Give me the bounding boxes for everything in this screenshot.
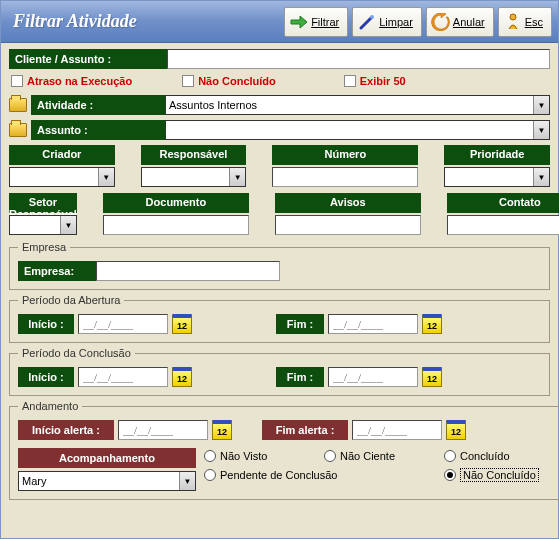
fim-label: Fim : [276,314,324,334]
contato-input[interactable] [447,215,559,235]
empresa-input[interactable] [96,261,280,281]
exibir50-check[interactable]: Exibir 50 [344,75,406,87]
filtrar-label: Filtrar [311,16,339,28]
radio-label: Não Visto [220,450,268,462]
cliente-assunto-label: Cliente / Assunto : [9,49,167,69]
empresa-label: Empresa: [18,261,96,281]
chevron-down-icon: ▼ [98,168,114,186]
prioridade-header: Prioridade [444,145,550,165]
periodo-abertura-fieldset: Período da Abertura Início : 12 Fim : 12 [9,294,550,343]
atraso-label: Atraso na Execução [27,75,132,87]
atividade-value: Assuntos Internos [169,99,257,111]
responsavel-combo[interactable]: ▼ [141,167,247,187]
conclusao-inicio-input[interactable] [78,367,168,387]
fim-label: Fim : [276,367,324,387]
calendar-icon[interactable]: 12 [172,367,192,387]
atividade-combo[interactable]: Assuntos Internos ▼ [165,95,550,115]
andamento-fieldset: Andamento Início alerta : 12 Fim alerta … [9,400,559,500]
atividade-label: Atividade : [31,95,165,115]
limpar-label: Limpar [379,16,413,28]
filtrar-button[interactable]: Filtrar [284,7,348,37]
assunto-combo[interactable]: ▼ [165,120,550,140]
cliente-assunto-input[interactable] [167,49,550,69]
nao-concluido-label: Não Concluído [198,75,276,87]
radio-nao-visto[interactable]: Não Visto [204,450,324,462]
radio-nao-ciente[interactable]: Não Ciente [324,450,444,462]
abertura-fim-input[interactable] [328,314,418,334]
radio-pendente[interactable]: Pendente de Conclusão [204,468,444,482]
filter-checks: Atraso na Execução Não Concluído Exibir … [11,75,550,87]
acompanhamento-value: Mary [22,475,46,487]
arrow-right-icon [289,12,309,32]
svg-point-1 [370,15,374,19]
radio-icon [324,450,336,462]
radio-icon [444,450,456,462]
criador-combo[interactable]: ▼ [9,167,115,187]
prioridade-combo[interactable]: ▼ [444,167,550,187]
chevron-down-icon: ▼ [60,216,76,234]
inicio-label: Início : [18,367,74,387]
documento-input[interactable] [103,215,249,235]
folder-icon [9,123,27,137]
setor-header: Setor Responsável [9,193,77,213]
radio-label: Pendente de Conclusão [220,469,337,481]
esc-button[interactable]: Esc [498,7,552,37]
documento-header: Documento [103,193,249,213]
acompanhamento-label: Acompanhamento [18,448,196,468]
limpar-button[interactable]: Limpar [352,7,422,37]
checkbox-icon [344,75,356,87]
inicio-alerta-input[interactable] [118,420,208,440]
empresa-fieldset: Empresa Empresa: [9,241,550,290]
conclusao-fim-input[interactable] [328,367,418,387]
contato-header: Contato [447,193,559,213]
responsavel-header: Responsável [141,145,247,165]
calendar-icon[interactable]: 12 [422,314,442,334]
radio-label: Não Ciente [340,450,395,462]
anular-button[interactable]: Anular [426,7,494,37]
periodo-conclusao-legend: Período da Conclusão [18,347,135,359]
fim-alerta-label: Fim alerta : [262,420,348,440]
calendar-icon[interactable]: 12 [212,420,232,440]
wand-icon [357,12,377,32]
atraso-check[interactable]: Atraso na Execução [11,75,132,87]
anular-label: Anular [453,16,485,28]
criador-header: Criador [9,145,115,165]
folder-icon [9,98,27,112]
periodo-conclusao-fieldset: Período da Conclusão Início : 12 Fim : 1… [9,347,550,396]
person-exit-icon [503,12,523,32]
abertura-inicio-input[interactable] [78,314,168,334]
andamento-legend: Andamento [18,400,82,412]
svg-point-2 [510,14,516,20]
calendar-icon[interactable]: 12 [172,314,192,334]
calendar-icon[interactable]: 12 [422,367,442,387]
fim-alerta-input[interactable] [352,420,442,440]
titlebar: Filtrar Atividade Filtrar Limpar Anular [1,1,558,43]
calendar-icon[interactable]: 12 [446,420,466,440]
chevron-down-icon: ▼ [533,168,549,186]
numero-input[interactable] [272,167,418,187]
chevron-down-icon: ▼ [179,472,195,490]
svg-line-0 [361,18,371,28]
numero-header: Número [272,145,418,165]
inicio-label: Início : [18,314,74,334]
inicio-alerta-label: Início alerta : [18,420,114,440]
esc-label: Esc [525,16,543,28]
chevron-down-icon: ▼ [533,96,549,114]
setor-combo[interactable]: ▼ [9,215,77,235]
radio-icon [204,450,216,462]
radio-concluido[interactable]: Concluído [444,450,554,462]
empresa-legend: Empresa [18,241,70,253]
avisos-header: Avisos [275,193,421,213]
checkbox-icon [182,75,194,87]
radio-nao-concluido[interactable]: Não Concluído [444,468,554,482]
acompanhamento-combo[interactable]: Mary ▼ [18,471,196,491]
radio-icon [444,469,456,481]
nao-concluido-check[interactable]: Não Concluído [182,75,276,87]
avisos-input[interactable] [275,215,421,235]
assunto-label: Assunto : [31,120,165,140]
radio-label: Não Concluído [460,468,539,482]
undo-icon [431,12,451,32]
exibir50-label: Exibir 50 [360,75,406,87]
window-title: Filtrar Atividade [7,11,284,32]
toolbar: Filtrar Limpar Anular Esc [284,7,552,37]
